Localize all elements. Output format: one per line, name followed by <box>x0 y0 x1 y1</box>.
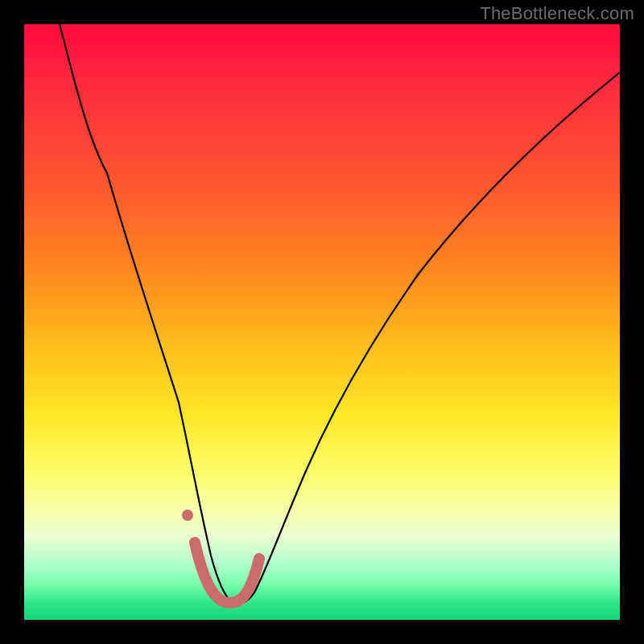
watermark-text: TheBottleneck.com <box>480 3 634 24</box>
bottleneck-curve <box>60 24 620 604</box>
optimal-range-marker <box>195 543 259 603</box>
optimal-range-dot <box>182 510 193 521</box>
curve-svg <box>24 24 620 620</box>
plot-area <box>24 24 620 620</box>
chart-frame: TheBottleneck.com <box>0 0 644 644</box>
